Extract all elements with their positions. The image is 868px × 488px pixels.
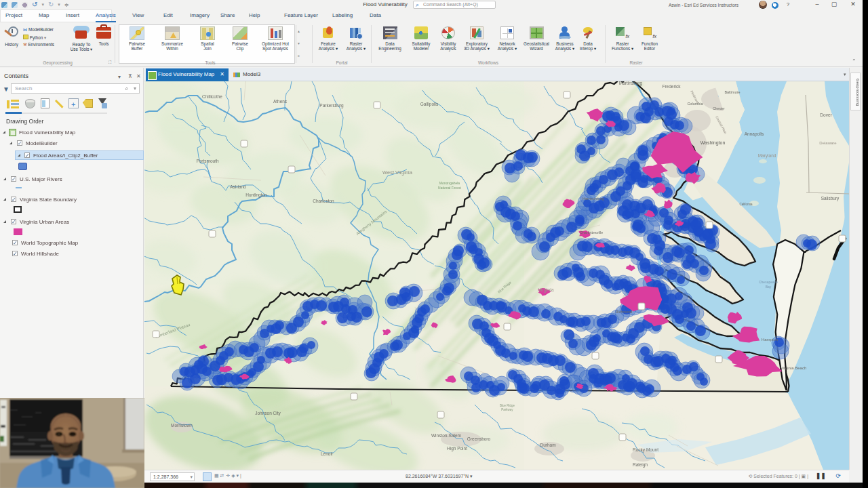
svg-text:Salisbury: Salisbury (821, 196, 840, 201)
svg-text:Virginia Beach: Virginia Beach (781, 366, 807, 370)
svg-text:Parkway: Parkway (501, 408, 513, 411)
svg-text:Martinsburg: Martinsburg (619, 81, 643, 86)
svg-text:Huntington: Huntington (245, 192, 267, 198)
svg-text:Harrisonburg: Harrisonburg (583, 197, 604, 201)
svg-text:Bay: Bay (766, 285, 772, 289)
svg-text:Greensboro: Greensboro (467, 436, 491, 441)
svg-text:Chesapeake: Chesapeake (759, 280, 778, 284)
svg-text:Portsmouth: Portsmouth (196, 159, 219, 163)
svg-text:Lenoir: Lenoir (321, 451, 334, 456)
svg-text:Blue Ridge: Blue Ridge (500, 404, 515, 407)
svg-text:Morristown: Morristown (171, 423, 193, 428)
svg-text:Columbia: Columbia (687, 102, 703, 106)
svg-text:Washington: Washington (701, 140, 726, 146)
svg-text:California: California (739, 203, 753, 206)
svg-text:Winston-Salem: Winston-Salem (431, 433, 461, 438)
svg-text:West Virginia: West Virginia (382, 169, 413, 176)
svg-text:Gallipolis: Gallipolis (420, 102, 439, 107)
svg-text:Monongahela: Monongahela (439, 181, 460, 185)
svg-text:Charleston: Charleston (313, 199, 334, 203)
svg-text:Dover: Dover (820, 113, 832, 117)
svg-text:Johnson City: Johnson City (255, 411, 281, 416)
svg-text:Frederick: Frederick (662, 84, 681, 89)
svg-text:National Forest: National Forest (438, 186, 462, 190)
svg-text:Ashland: Ashland (230, 184, 246, 189)
svg-text:Baltimore: Baltimore (724, 90, 740, 94)
svg-text:Virginia: Virginia (538, 287, 553, 293)
svg-text:Delaware: Delaware (819, 141, 837, 145)
svg-text:High Point: High Point (447, 446, 467, 451)
svg-text:Athens: Athens (273, 99, 288, 104)
svg-text:Richmond: Richmond (616, 310, 633, 314)
svg-text:Chillicothe: Chillicothe (202, 94, 222, 99)
svg-text:Annapolis: Annapolis (745, 131, 764, 137)
svg-text:Parkersburg: Parkersburg (319, 103, 344, 108)
svg-text:Rocky Mount: Rocky Mount (633, 447, 658, 453)
svg-text:Raleigh: Raleigh (633, 462, 648, 468)
svg-text:Hampton: Hampton (762, 338, 778, 342)
svg-text:Chester: Chester (713, 106, 725, 110)
svg-text:Charlottesville: Charlottesville (580, 230, 604, 235)
svg-text:Maryland: Maryland (758, 153, 776, 159)
svg-text:Durham: Durham (540, 443, 555, 447)
